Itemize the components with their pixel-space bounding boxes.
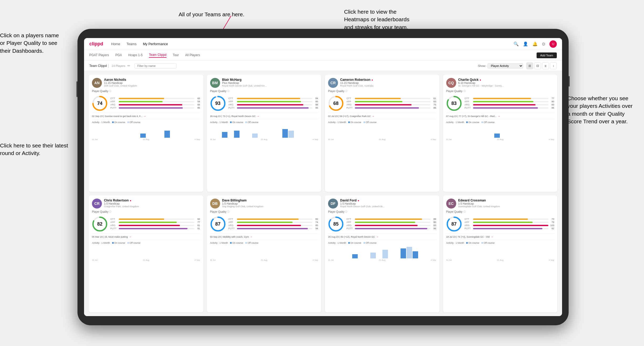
quality-circle[interactable]: 74 [92, 95, 108, 111]
person-icon[interactable]: 👤 [523, 41, 528, 46]
player-name[interactable]: Charlie Quick● [458, 78, 554, 82]
quality-circle[interactable]: 68 [328, 95, 344, 111]
stat-bar-putt [237, 228, 308, 229]
stat-value-arg: 83 [549, 103, 554, 106]
subnav-pgat[interactable]: PGAT Players [89, 53, 109, 57]
quality-info-icon[interactable]: ⓘ [463, 210, 466, 214]
player-card[interactable]: DF David Ford● 1-5 Handicap Royal North … [325, 195, 439, 312]
stat-label-arg: ARG [228, 224, 236, 227]
quality-circle[interactable]: 87 [210, 216, 226, 232]
view-grid4-button[interactable]: ⊞ [526, 62, 533, 69]
avatar-icon[interactable]: U [549, 40, 557, 48]
stat-row-putt: PUTT 95 [228, 107, 318, 109]
subnav-hcaps[interactable]: Hcaps 1-5 [128, 53, 143, 57]
subnav-team-clippd[interactable]: Team Clippd [149, 53, 167, 58]
player-card[interactable]: BM Blair McHarg Plus Handicap Royal Nort… [207, 75, 321, 192]
stat-value-ott: 61 [432, 97, 436, 100]
view-icons: ⊞ ⊟ ⧖ ↕ [526, 62, 557, 69]
search-icon[interactable]: 🔍 [513, 41, 519, 46]
stat-label-app: APP [110, 100, 118, 103]
quality-number: 68 [333, 101, 339, 106]
verified-icon: ● [130, 199, 131, 202]
stat-bar-app [355, 222, 415, 223]
player-name[interactable]: Cameron Robertson● [340, 78, 436, 82]
latest-round[interactable]: 05 Mar 23 | 19, Must make putting → [92, 233, 200, 238]
view-sort-button[interactable]: ↕ [550, 62, 557, 69]
quality-info-icon[interactable]: ⓘ [345, 210, 347, 214]
latest-round[interactable]: 26 Aug 23 | 73 (+1), Royal North Devon G… [210, 113, 318, 118]
nav-teams[interactable]: Teams [127, 42, 137, 46]
stat-bar-wrap-app [119, 222, 194, 223]
latest-round[interactable]: 07 Aug 23 | 77 (+7), St George's Hill GC… [446, 113, 554, 118]
chart-date-end: 4 Sep [195, 259, 200, 261]
subnav-pga[interactable]: PGA [115, 53, 122, 57]
card-header: DB Dave Billingham 1-5 Handicap Sog Magi… [210, 199, 318, 209]
player-name[interactable]: Dave Billingham [222, 199, 318, 202]
player-name[interactable]: Chris Robertson● [104, 199, 200, 202]
player-card[interactable]: CR Cameron Robertson● 11-15 Handicap Roy… [325, 75, 439, 192]
settings-icon[interactable]: ⊙ [542, 41, 545, 46]
latest-round[interactable]: 04 Sep 23 | Mobility with coach, Gym → [210, 233, 318, 238]
player-name[interactable]: David Ford● [340, 199, 436, 202]
stat-bar-arg [473, 104, 536, 105]
activity-chart [328, 125, 436, 138]
quality-circle[interactable]: 83 [446, 95, 462, 111]
quality-circle[interactable]: 85 [328, 216, 344, 232]
player-name[interactable]: Blair McHarg [222, 78, 318, 82]
add-team-button[interactable]: Add Team [537, 52, 557, 58]
latest-round[interactable]: 18 Jul 23 | 74 (+3), Sunningdale GC - Ol… [446, 233, 554, 238]
quality-circle[interactable]: 87 [446, 216, 462, 232]
stat-bar-ott [237, 98, 300, 99]
quality-circle[interactable]: 93 [210, 95, 226, 111]
quality-info-icon[interactable]: ⓘ [109, 210, 111, 214]
stat-value-app: 77 [195, 221, 200, 223]
player-handicap: 11-15 Handicap [340, 82, 436, 84]
quality-info-icon[interactable]: ⓘ [109, 89, 111, 93]
player-card[interactable]: DB Dave Billingham 1-5 Handicap Sog Magi… [207, 195, 321, 312]
top-nav: clippd Home Teams My Performance 🔍 👤 🔔 ⊙… [84, 38, 562, 50]
filter-input[interactable] [134, 63, 176, 68]
view-filter-button[interactable]: ⧖ [542, 62, 549, 69]
player-avatar: AN [92, 78, 102, 88]
quality-info-icon[interactable]: ⓘ [345, 89, 347, 93]
verified-icon: ● [358, 199, 359, 202]
quality-circle[interactable]: 82 [92, 216, 108, 232]
stat-bar-wrap-arg [237, 104, 313, 105]
activity-label: Activity · 1 Month [446, 242, 464, 244]
stat-value-ott: 60 [195, 97, 200, 100]
player-name[interactable]: Aaron Nicholls [104, 78, 200, 82]
nav-home[interactable]: Home [111, 42, 120, 46]
edit-icon[interactable]: ✏ [127, 64, 130, 68]
bell-icon[interactable]: 🔔 [532, 41, 538, 46]
latest-round[interactable]: 02 Sep 23 | Sunrise round to get back in… [92, 113, 200, 118]
nav-performance[interactable]: My Performance [143, 42, 168, 46]
on-course-legend: On course [230, 242, 243, 244]
stat-label-arg: ARG [465, 103, 472, 106]
quality-label: Player Quality ⓘ [446, 89, 554, 93]
show-select[interactable]: Player Activity Quality Score Trend [487, 63, 523, 68]
player-name[interactable]: Edward Crossman [458, 199, 554, 202]
stat-value-app: 63 [432, 100, 436, 103]
stats-list: OTT 73 APP 79 ARG [465, 218, 554, 230]
view-grid2-button[interactable]: ⊟ [534, 62, 541, 69]
player-card[interactable]: CQ Charlie Quick● 6-10 Handicap St. Geor… [443, 75, 558, 192]
chart-date-end: 4 Sep [431, 138, 436, 141]
card-header: CR Chris Robertson● 1-5 Handicap Craigmi… [92, 199, 200, 209]
stat-bar-wrap-arg [473, 225, 549, 226]
quality-info-icon[interactable]: ⓘ [227, 210, 230, 214]
subnav-tour[interactable]: Tour [173, 53, 179, 57]
latest-round[interactable]: 02 Jul 23 | 59 (+17), Craigmillar Park G… [328, 113, 436, 118]
player-card[interactable]: EC Edward Crossman 1-5 Handicap Sunningd… [443, 195, 558, 312]
quality-info-icon[interactable]: ⓘ [227, 89, 230, 93]
subnav-all-players[interactable]: All Players [185, 53, 200, 57]
player-card[interactable]: AN Aaron Nicholls 11-15 Handicap Drift G… [89, 75, 203, 192]
latest-round[interactable]: 26 Aug 23 | 84 (+12), Royal North Devon … [328, 233, 436, 238]
quality-number: 85 [333, 221, 339, 227]
stat-bar-putt [473, 228, 543, 229]
stat-value-arg: 75 [432, 103, 436, 106]
stat-row-arg: ARG 84 [110, 103, 200, 106]
player-club: Royal North Devon Golf Club, United Kik.… [340, 205, 436, 208]
quality-number: 93 [215, 101, 220, 106]
quality-info-icon[interactable]: ⓘ [463, 89, 466, 93]
player-card[interactable]: CR Chris Robertson● 1-5 Handicap Craigmi… [89, 195, 203, 312]
